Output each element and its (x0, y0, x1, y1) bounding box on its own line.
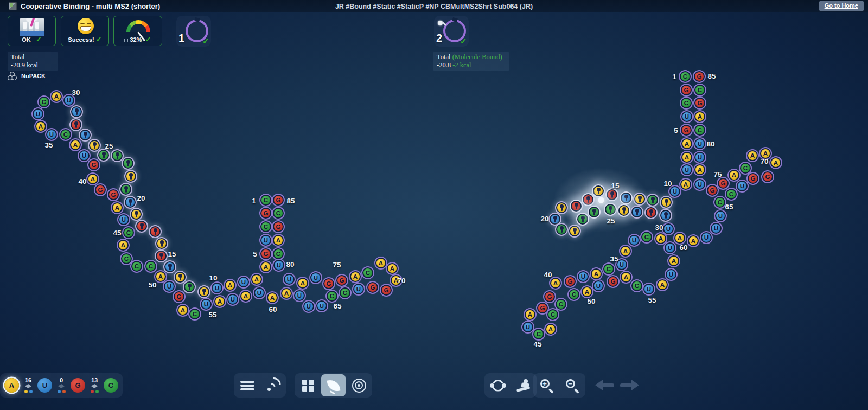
nucleotide-G[interactable]: G (680, 124, 693, 137)
undo-arrow-icon (595, 380, 603, 390)
nucleotide-G[interactable]: G (680, 84, 693, 97)
nucleotide-A[interactable]: A (679, 178, 692, 191)
nucleotide-A[interactable]: A (687, 234, 700, 247)
nucleotide-U[interactable]: U (665, 268, 678, 281)
stamp-tool-button[interactable] (511, 374, 535, 396)
nucleotide-A[interactable]: A (680, 151, 693, 164)
nucleotide-A[interactable]: A (620, 271, 633, 284)
nucleotide-G[interactable]: G (761, 170, 774, 183)
zoom-out-button[interactable]: − (560, 374, 584, 396)
nucleotide-C[interactable]: C (739, 162, 752, 175)
nucleotide-U[interactable]: U (700, 231, 713, 244)
leaf-icon (327, 379, 340, 392)
feed-button[interactable] (260, 374, 285, 396)
pair-bond-icon (58, 384, 65, 388)
nucleotide-A[interactable]: A (727, 169, 741, 182)
nucleotide-G[interactable]: G (543, 290, 556, 303)
nucleotide-U[interactable]: U (714, 209, 727, 222)
nucleotide-C[interactable]: C (567, 288, 580, 301)
nucleotide-C[interactable]: C (630, 279, 643, 292)
nucleotide-A[interactable]: A (524, 308, 537, 321)
nucleotide-U[interactable]: U (693, 151, 706, 164)
position-label: 60 (679, 244, 687, 252)
position-label: 45 (533, 340, 541, 348)
nucleotide-G[interactable]: G (564, 275, 577, 288)
nucleotide-U[interactable]: U (680, 110, 693, 123)
locked-nucleotide-A (592, 184, 605, 197)
nucleotide-C[interactable]: C (680, 97, 693, 110)
redo-button[interactable] (618, 378, 640, 392)
position-label: 50 (587, 297, 595, 305)
molecule-sparkle-icon (598, 197, 604, 203)
palette-uracil-button[interactable]: U (37, 378, 52, 393)
position-label: 10 (663, 180, 672, 188)
nucleotide-U[interactable]: U (710, 222, 723, 235)
nucleotide-G[interactable]: G (693, 70, 706, 83)
nucleotide-A[interactable]: A (673, 232, 686, 245)
nucleotide-U[interactable]: U (693, 178, 706, 191)
locked-nucleotide-C (576, 213, 589, 226)
nucleotide-G[interactable]: G (717, 177, 730, 190)
au-pair-counter[interactable]: 16 (20, 377, 36, 393)
nucleotide-C[interactable]: C (602, 262, 615, 276)
nucleotide-C[interactable]: C (713, 196, 726, 209)
palette-guanine-button[interactable]: G (71, 378, 85, 393)
nucleotide-C[interactable]: C (725, 188, 738, 201)
position-label: 40 (544, 271, 552, 279)
grid-icon (302, 380, 314, 392)
swap-pair-button[interactable] (486, 374, 510, 396)
zoom-in-button[interactable]: + (534, 374, 559, 396)
nucleotide-A[interactable]: A (544, 323, 557, 336)
nucleotide-A[interactable]: A (693, 110, 706, 123)
nucleotide-C[interactable]: C (679, 70, 692, 83)
locked-nucleotide-A (660, 196, 673, 209)
swap-icon (491, 379, 505, 393)
position-label: 55 (648, 296, 656, 304)
position-label: 20 (540, 215, 548, 223)
nucleotide-U[interactable]: U (592, 279, 605, 292)
nucleotide-C[interactable]: C (532, 328, 545, 341)
nucleotide-G[interactable]: G (693, 97, 706, 110)
natural-mode-button[interactable] (321, 374, 346, 396)
stamp-icon (516, 379, 531, 393)
nucleotide-A[interactable]: A (590, 267, 603, 280)
nucleotide-A[interactable]: A (619, 245, 632, 258)
locked-nucleotide-C (604, 203, 617, 216)
target-icon (352, 379, 366, 393)
locked-nucleotide-U (630, 206, 643, 219)
nucleotide-A[interactable]: A (769, 156, 782, 169)
nucleotide-U[interactable]: U (663, 241, 676, 254)
nucleotide-U[interactable]: U (680, 163, 693, 176)
main-menu-button[interactable] (235, 374, 259, 396)
target-mode-button[interactable] (347, 374, 371, 396)
locked-nucleotide-C (555, 223, 568, 236)
au-pair-count: 16 (25, 377, 31, 383)
redo-arrow-icon (631, 380, 639, 390)
palette-cytosine-button[interactable]: C (104, 378, 118, 393)
ug-pair-counter[interactable]: 0 (53, 377, 69, 393)
nucleotide-C[interactable]: C (554, 298, 567, 311)
locked-nucleotide-C (588, 206, 601, 219)
nucleotide-A[interactable]: A (667, 254, 680, 267)
nucleotide-A[interactable]: A (549, 277, 562, 290)
undo-button[interactable] (594, 378, 616, 392)
nucleotide-C[interactable]: C (693, 124, 706, 137)
pair-bond-icon (91, 384, 98, 388)
nucleotide-A[interactable]: A (746, 149, 759, 162)
puzzle-info-button[interactable] (296, 374, 320, 396)
palette-adenine-button[interactable]: A (4, 378, 19, 393)
nucleotide-U[interactable]: U (642, 283, 655, 296)
menu-group (234, 373, 286, 398)
nucleotide-A[interactable]: A (680, 137, 693, 150)
gc-pair-counter[interactable]: 13 (86, 377, 103, 393)
nucleotide-U[interactable]: U (628, 234, 641, 247)
nucleotide-C[interactable]: C (693, 84, 706, 97)
nucleotide-U[interactable]: U (693, 137, 706, 150)
position-label: 80 (706, 140, 714, 148)
nucleotide-C[interactable]: C (640, 230, 653, 244)
nucleotide-G[interactable]: G (607, 275, 620, 288)
nucleotide-A[interactable]: A (656, 278, 669, 291)
nucleotide-A[interactable]: A (693, 163, 706, 176)
nucleotide-G[interactable]: G (706, 184, 719, 197)
nucleotide-U[interactable]: U (577, 270, 590, 283)
